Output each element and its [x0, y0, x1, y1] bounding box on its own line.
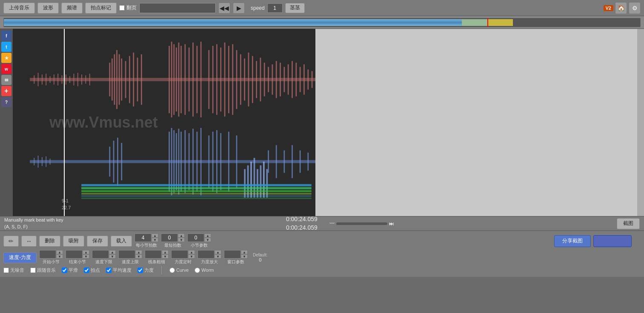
start-bar-up[interactable]: ▲ [56, 250, 63, 254]
speed-upper-input[interactable] [118, 250, 135, 259]
line-thickness-down[interactable]: ▼ [162, 254, 169, 259]
svg-rect-101 [276, 145, 277, 178]
share-screenshot-button[interactable]: 分享截图 [554, 235, 591, 247]
twitter-button[interactable]: t [1, 42, 11, 52]
smooth-checkbox[interactable] [62, 267, 67, 273]
svg-rect-26 [141, 54, 142, 105]
speed-upper-up[interactable]: ▲ [135, 250, 142, 254]
plus-button[interactable]: + [1, 86, 11, 96]
window-params-up[interactable]: ▲ [241, 250, 248, 254]
mail-button[interactable]: ✉ [1, 75, 11, 85]
speed-lower-up[interactable]: ▲ [109, 250, 116, 254]
settings-icon-button[interactable]: ⚙ [629, 2, 641, 14]
beat-subdivisions-down[interactable]: ▼ [178, 238, 185, 242]
svg-rect-21 [121, 59, 122, 101]
help-button[interactable]: ? [1, 97, 11, 107]
beat-mark-button[interactable]: 拍点标记 [85, 3, 117, 14]
speed-upper-spinbox: ▲ ▼ [118, 250, 142, 259]
delete-button[interactable]: 删除 [39, 236, 60, 247]
line-thickness-input[interactable] [145, 250, 162, 259]
star-button[interactable]: ★ [1, 53, 11, 63]
upload-music-button[interactable]: 上传音乐 [3, 3, 35, 14]
beats-per-bar-up[interactable]: ▲ [152, 233, 158, 238]
speed-input[interactable] [267, 3, 283, 13]
waveform-button[interactable]: 波形 [37, 3, 59, 14]
window-param-down[interactable]: ▼ [204, 238, 211, 242]
line-thickness-group: ▲ ▼ 线条粗细 [145, 250, 169, 265]
beats-per-bar-input[interactable] [135, 233, 152, 242]
speed-lower-input[interactable] [92, 250, 109, 259]
force-timing-up[interactable]: ▲ [188, 250, 195, 254]
speed-upper-down[interactable]: ▼ [135, 254, 142, 259]
start-bar-down[interactable]: ▼ [56, 254, 63, 259]
beat-subdivisions-input[interactable] [161, 233, 178, 242]
curve-radio-label: Curve [169, 267, 189, 273]
force-amplify-input[interactable] [197, 250, 215, 259]
beat-subdivisions-up[interactable]: ▲ [178, 233, 185, 238]
window-params-spinbox: ▲ ▼ [224, 250, 248, 259]
rewind-button[interactable]: ◀◀ [218, 3, 230, 14]
top-right-icons: V2 🏠 ⚙ [604, 2, 641, 14]
start-bar-input[interactable] [39, 250, 56, 259]
track-name-input[interactable]: 蚯主 [139, 3, 216, 13]
speed-lower-down[interactable]: ▼ [109, 254, 116, 259]
beat-point-checkbox[interactable] [84, 267, 89, 273]
svg-rect-87 [212, 132, 214, 192]
svg-rect-12 [77, 73, 78, 86]
waveform-display[interactable]: www.Vmus.net [13, 29, 315, 216]
save-button[interactable]: 保存 [87, 236, 108, 247]
window-params-input[interactable] [224, 250, 241, 259]
waveform-zoom-slider[interactable] [336, 222, 387, 225]
extra-button[interactable] [593, 235, 632, 247]
right-scrollbar[interactable] [637, 29, 644, 216]
line-thickness-up[interactable]: ▲ [162, 250, 169, 254]
force-timing-down[interactable]: ▼ [188, 254, 195, 259]
curve-radio[interactable] [169, 267, 175, 273]
avg-speed-checkbox[interactable] [106, 267, 112, 273]
worm-radio[interactable] [195, 267, 200, 273]
beats-per-bar-down[interactable]: ▼ [152, 238, 158, 242]
beats-per-bar-arrows: ▲ ▼ [152, 233, 158, 242]
force-amplify-up[interactable]: ▲ [215, 250, 221, 254]
svg-rect-20 [119, 54, 120, 105]
start-bar-spinbox: ▲ ▼ [39, 250, 63, 259]
svg-rect-86 [208, 135, 209, 188]
speed-tempo-button[interactable]: 速度-力度 [3, 252, 37, 263]
waveform-forward-icon: ⏭ [389, 221, 394, 227]
end-bar-input[interactable] [66, 250, 83, 259]
svg-rect-75 [169, 132, 170, 192]
force-timing-arrows: ▲ ▼ [188, 250, 195, 259]
move-icon-button[interactable]: ↔ [21, 236, 37, 247]
flip-checkbox[interactable] [119, 5, 125, 11]
spectrum-button[interactable]: 频谱 [61, 3, 83, 14]
noise-reduction-checkbox[interactable] [3, 267, 9, 273]
load-button[interactable]: 载入 [111, 236, 132, 247]
window-param-up[interactable]: ▲ [204, 233, 211, 238]
force-amplify-down[interactable]: ▼ [215, 254, 221, 259]
erase-icon-button[interactable]: ✏ [3, 236, 19, 247]
screenshot-button[interactable]: 截图 [617, 218, 640, 229]
speed-lower-label: 速度下限 [95, 259, 112, 265]
svg-rect-45 [236, 50, 238, 109]
mini-waveform-container[interactable] [3, 18, 641, 27]
line-thickness-label: 线条粗细 [148, 259, 165, 265]
window-params-down[interactable]: ▼ [241, 254, 248, 259]
weibo-button[interactable]: w [1, 64, 11, 74]
background-music-checkbox[interactable] [30, 267, 36, 273]
speed-lower-group: ▲ ▼ 速度下限 [92, 250, 116, 265]
window-param-input[interactable] [187, 233, 204, 242]
curve-label: Curve [176, 267, 189, 273]
play-button[interactable]: ▶ [233, 3, 245, 14]
svg-rect-48 [248, 53, 249, 107]
force-timing-input[interactable] [171, 250, 188, 259]
separator1 [161, 266, 162, 274]
home-icon-button[interactable]: 🏠 [615, 2, 627, 14]
end-bar-down[interactable]: ▼ [83, 254, 89, 259]
apply-button[interactable]: 茎茎 [285, 3, 305, 13]
beat-subdivisions-label: 最短拍数 [164, 242, 181, 248]
end-bar-up[interactable]: ▲ [83, 250, 89, 254]
force-checkbox[interactable] [137, 267, 143, 273]
facebook-button[interactable]: f [1, 31, 11, 41]
adsorb-button[interactable]: 吸附 [63, 236, 84, 247]
window-param-arrows: ▲ ▼ [204, 233, 211, 242]
